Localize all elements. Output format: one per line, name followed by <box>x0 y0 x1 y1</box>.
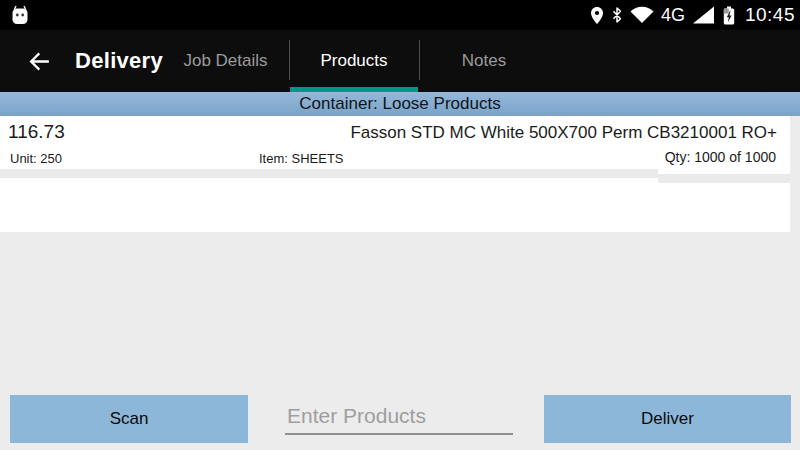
status-icons-cluster: 4G 10:45 <box>590 4 795 27</box>
wifi-icon <box>630 6 654 24</box>
container-header-bar: Container: Loose Products <box>0 92 800 116</box>
product-price: 116.73 <box>8 121 65 143</box>
action-bar: Delivery Job Details Products Notes <box>0 30 800 92</box>
android-debug-icon <box>8 3 32 28</box>
tab-job-details[interactable]: Job Details <box>162 30 289 92</box>
product-list-item[interactable]: 116.73 Fasson STD MC White 500X700 Perm … <box>0 116 790 232</box>
row-separator <box>0 169 658 178</box>
deliver-button[interactable]: Deliver <box>544 395 791 443</box>
product-quantity: Qty: 1000 of 1000 <box>665 149 776 165</box>
battery-charging-icon <box>722 4 736 27</box>
product-item-type: Item: SHEETS <box>259 151 344 166</box>
bluetooth-icon <box>611 6 623 24</box>
scan-button[interactable]: Scan <box>10 395 248 443</box>
clock: 10:45 <box>745 4 795 26</box>
product-name: Fasson STD MC White 500X700 Perm CB32100… <box>350 123 777 143</box>
arrow-left-icon <box>27 49 52 74</box>
row-separator-right <box>658 174 790 183</box>
network-type-label: 4G <box>661 6 685 24</box>
container-label: Container: Loose Products <box>299 94 500 114</box>
product-entry-input[interactable] <box>285 398 513 435</box>
status-bar: 4G 10:45 <box>0 0 800 30</box>
product-unit: Unit: 250 <box>10 151 62 166</box>
delivery-app-screen: 4G 10:45 <box>0 0 800 450</box>
tab-products[interactable]: Products <box>289 30 419 92</box>
location-icon <box>590 6 604 25</box>
page-title: Delivery <box>75 30 163 92</box>
back-button[interactable] <box>18 30 60 92</box>
tab-notes[interactable]: Notes <box>419 30 549 92</box>
cell-signal-icon <box>692 6 715 24</box>
tab-bar: Job Details Products Notes <box>162 30 549 92</box>
